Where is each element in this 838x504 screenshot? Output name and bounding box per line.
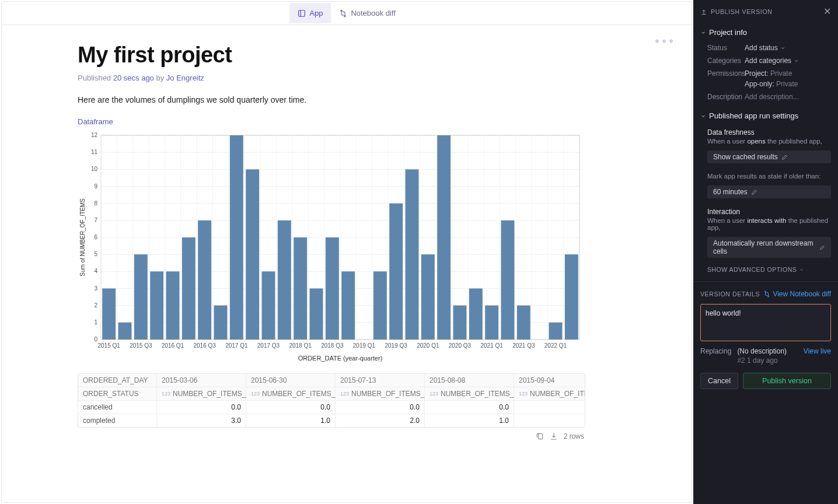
tab-bar: App Notebook diff — [2, 2, 692, 25]
svg-text:2022 Q1: 2022 Q1 — [544, 342, 567, 349]
version-description-input[interactable] — [700, 304, 831, 341]
svg-text:4: 4 — [94, 268, 97, 274]
svg-text:2015 Q1: 2015 Q1 — [97, 342, 120, 349]
svg-text:2020 Q3: 2020 Q3 — [449, 342, 472, 349]
date-col-3[interactable]: 2015-08-08 — [425, 374, 514, 387]
svg-rect-55 — [294, 237, 307, 340]
publish-meta: Published 20 secs ago by Jo Engreitz — [78, 74, 585, 82]
download-icon[interactable] — [550, 432, 558, 440]
edit-icon — [751, 189, 757, 195]
interaction-pill[interactable]: Automatically rerun downstream cells — [707, 237, 831, 258]
freshness-pill[interactable]: Show cached results — [707, 150, 831, 163]
sort-icon — [148, 377, 149, 384]
view-live-link[interactable]: View live — [804, 347, 831, 355]
svg-rect-65 — [373, 271, 387, 340]
svg-text:2017 Q3: 2017 Q3 — [257, 342, 280, 349]
svg-rect-37 — [150, 271, 163, 340]
date-col-4[interactable]: 2015-09-04 — [514, 374, 585, 387]
freshness-block: Data freshness When a user opens the pub… — [707, 128, 831, 145]
edit-icon — [819, 244, 825, 251]
svg-rect-57 — [310, 289, 323, 340]
svg-rect-77 — [469, 289, 483, 340]
svg-rect-35 — [134, 254, 148, 340]
svg-rect-61 — [341, 271, 355, 340]
svg-rect-79 — [485, 306, 498, 340]
date-col-2[interactable]: 2015-07-13 — [336, 374, 425, 387]
row-header-order-status[interactable]: ORDER_STATUS — [78, 387, 157, 400]
close-button[interactable]: ✕ — [823, 7, 831, 16]
svg-rect-0 — [299, 10, 305, 16]
svg-text:2019 Q3: 2019 Q3 — [385, 342, 407, 349]
chart: 01234567891011122015 Q12015 Q32016 Q1201… — [78, 130, 585, 363]
stale-block: Mark app results as stale if older than: — [707, 173, 831, 180]
version-details-label: VERSION DETAILS — [700, 290, 760, 298]
svg-text:2015 Q3: 2015 Q3 — [130, 342, 152, 349]
svg-rect-81 — [501, 220, 515, 340]
measure-col-1: 123NUMBER_OF_ITEMS_SUM — [246, 387, 336, 400]
svg-text:7: 7 — [94, 217, 97, 223]
permissions-row: Permissions Project: Private App-only: P… — [707, 69, 831, 88]
page-title: My first project — [78, 43, 585, 68]
svg-text:3: 3 — [94, 285, 97, 292]
stale-pill[interactable]: 60 minutes — [707, 186, 831, 198]
svg-rect-69 — [406, 169, 419, 340]
svg-text:Sum of NUMBER_OF_ITEMS: Sum of NUMBER_OF_ITEMS — [79, 198, 86, 276]
svg-text:1: 1 — [94, 319, 97, 326]
svg-rect-49 — [246, 169, 259, 340]
section-run-settings[interactable]: Published app run settings — [700, 111, 831, 120]
svg-text:ORDER_DATE (year-quarter): ORDER_DATE (year-quarter) — [298, 355, 383, 362]
svg-rect-47 — [230, 135, 243, 340]
data-table: ORDERED_AT_DAY 2015-03-06 2015-06-30 201… — [78, 373, 585, 428]
chevron-down-icon — [794, 58, 799, 64]
status-row[interactable]: Status Add status — [707, 44, 831, 52]
svg-text:10: 10 — [91, 166, 98, 172]
chevron-down-icon — [799, 267, 804, 272]
view-notebook-diff-link[interactable]: View Notebook diff — [763, 290, 831, 298]
table-row: cancelled 0.0 0.0 0.0 0.0 — [78, 401, 585, 414]
tab-notebook-diff[interactable]: Notebook diff — [331, 3, 403, 23]
interaction-block: Interaction When a user interacts with t… — [707, 208, 831, 231]
svg-text:12: 12 — [91, 132, 98, 138]
svg-text:2016 Q3: 2016 Q3 — [193, 342, 216, 349]
svg-rect-43 — [198, 220, 211, 340]
description-row[interactable]: Description Add description... — [707, 93, 831, 101]
cancel-button[interactable]: Cancel — [700, 373, 738, 389]
measure-col-0: 123NUMBER_OF_ITEMS_SUM — [157, 387, 246, 400]
svg-text:2021 Q3: 2021 Q3 — [512, 342, 535, 349]
section-project-info[interactable]: Project info — [700, 28, 831, 37]
chart-label: Dataframe — [78, 117, 585, 126]
chevron-down-icon — [700, 30, 706, 36]
diff-icon — [763, 290, 770, 298]
svg-rect-108 — [538, 433, 542, 439]
table-footer: 2 rows — [78, 428, 585, 445]
svg-text:2: 2 — [94, 302, 97, 309]
svg-text:2018 Q1: 2018 Q1 — [289, 342, 312, 349]
svg-rect-53 — [278, 220, 291, 340]
body-text: Here are the volumes of dumplings we sol… — [78, 95, 585, 104]
svg-text:5: 5 — [94, 251, 97, 257]
svg-rect-41 — [182, 237, 195, 340]
categories-row[interactable]: Categories Add categories — [707, 57, 831, 65]
date-col-1[interactable]: 2015-06-30 — [246, 374, 336, 387]
edit-icon — [781, 154, 788, 160]
svg-text:2019 Q1: 2019 Q1 — [353, 342, 376, 349]
svg-point-2 — [341, 10, 342, 11]
diff-icon — [339, 9, 347, 18]
measure-col-2: 123NUMBER_OF_ITEMS_SUM — [336, 387, 425, 400]
tab-diff-label: Notebook diff — [351, 9, 395, 18]
clipboard-icon[interactable] — [536, 432, 544, 440]
svg-rect-75 — [453, 306, 467, 340]
svg-rect-51 — [262, 271, 275, 340]
show-advanced[interactable]: SHOW ADVANCED OPTIONS — [707, 266, 831, 273]
measure-col-4: 123NUMBER_OF_ITEMS_SUM — [514, 387, 585, 400]
row-header-ordered-at[interactable]: ORDERED_AT_DAY — [78, 374, 157, 387]
svg-text:8: 8 — [94, 200, 97, 206]
publish-icon — [700, 8, 707, 15]
publish-button[interactable]: Publish version — [743, 373, 831, 389]
replacing-label: Replacing — [700, 347, 731, 355]
more-menu-icon[interactable]: ∘∘∘ — [654, 36, 675, 47]
tab-app[interactable]: App — [289, 3, 331, 23]
date-col-0[interactable]: 2015-03-06 — [157, 374, 246, 387]
svg-text:0: 0 — [94, 336, 97, 342]
table-row: completed 3.0 1.0 2.0 1.0 — [78, 414, 585, 427]
